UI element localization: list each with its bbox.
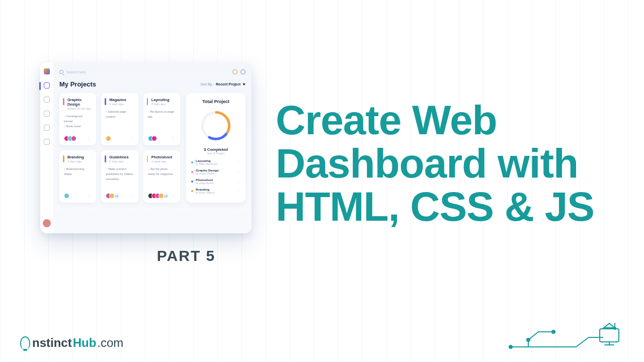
card-subtitle: 3 days ago [67,160,92,163]
avatar-more: +2 [114,193,119,199]
item-menu-icon[interactable]: ⋮ [236,179,240,184]
avatar [64,193,69,199]
svg-point-3 [509,345,512,348]
total-project-panel: Total Project 3 Completed from 5 Project… [186,93,246,203]
side-list-item[interactable]: Graphic Designby Susan Woods ⋮ [191,168,240,175]
item-by: by Susan Woods [196,172,234,175]
card-avatars [64,193,67,199]
avatar-more: +3 [163,193,169,199]
card-tasks: Comingsoon bannerBook cover [64,114,92,129]
card-accent [105,155,106,162]
card-subtitle: 5 days ago [109,160,133,163]
card-menu-icon[interactable]: ⋮ [87,194,92,198]
card-menu-icon[interactable]: ⋮ [87,136,92,141]
card-title: Graphic Design [67,98,92,107]
brand-logo: nstinctHub.com [20,336,123,350]
card-title: Magazine [109,98,133,102]
item-title: Layouting [196,159,234,162]
card-avatars [106,136,109,141]
page-title: My Projects [59,80,96,88]
card-avatars: +2 [106,193,119,199]
donut-chart [198,108,233,143]
card-tasks: Editorial page content [106,110,133,120]
card-menu-icon[interactable]: ⋮ [171,136,176,141]
item-title: Branding [196,188,234,191]
sort-control[interactable]: Sort By : Recent Project [200,82,246,86]
card-subtitle: Edited 19 min ago [67,107,92,110]
card-avatars [148,136,155,141]
card-tasks: Re-layout on page ads [148,110,176,120]
bell-icon[interactable] [240,69,246,74]
nav-calendar-icon[interactable] [44,125,50,131]
card-tasks: Set the photo ready for magazine [148,167,176,177]
nav-dashboard-icon[interactable] [44,82,50,88]
item-by: by Ethan Watson [196,191,234,194]
sort-value: Recent Project [216,82,240,86]
card-title: Photoshoot [151,155,176,159]
card-menu-icon[interactable]: ⋮ [129,136,134,141]
svg-rect-6 [600,329,619,342]
project-card[interactable]: Photoshoot 1 week ago Set the photo read… [143,150,180,203]
card-avatars: +3 [148,193,169,199]
card-subtitle: 1 week ago [151,160,176,163]
search-input[interactable]: Search here [66,70,86,74]
dashboard-mock: Search here My Projects Sort By : Recent… [40,62,252,233]
completed-from: from 5 Project [207,152,224,155]
project-card[interactable]: Branding 3 days ago Brainstorming shape … [59,150,96,203]
status-dot [191,180,193,183]
star-icon[interactable] [232,69,237,74]
app-logo-icon [44,68,50,74]
card-accent [63,155,64,162]
status-dot [191,190,193,192]
brand-text-2: Hub [73,336,97,350]
card-avatars [64,136,74,141]
side-list-item[interactable]: Brandingby Ethan Watson ⋮ [191,188,240,194]
item-title: Photoshoot [196,178,234,182]
project-card[interactable]: Magazine 2 days ago Editorial page conte… [101,93,138,145]
avatar [151,136,157,141]
side-title: Total Project [202,99,229,104]
bulb-icon [20,336,30,349]
svg-point-4 [527,338,530,341]
project-card[interactable]: Graphic Design Edited 19 min ago Comings… [59,93,96,145]
headline: Create Web Dashboard with HTML, CSS & JS [276,99,598,228]
item-menu-icon[interactable]: ⋮ [236,170,240,174]
item-by: by Jorge Rivera [196,182,234,185]
user-avatar[interactable] [43,219,51,227]
card-tasks: Brainstorming shape [64,167,92,177]
item-menu-icon[interactable]: ⋮ [236,160,240,164]
avatar [106,136,111,141]
svg-point-7 [614,327,616,329]
status-dot [191,161,193,163]
card-accent [105,98,106,105]
brand-text-3: .com [97,336,123,350]
item-by: by Millie Henderson [196,162,234,165]
search-icon[interactable] [59,70,63,74]
card-title: Branding [67,155,92,159]
project-card[interactable]: Layouting 2 days ago Re-layout on page a… [143,93,180,145]
card-subtitle: 2 days ago [109,103,133,106]
sidebar-rail [40,62,53,233]
card-tasks: Make a brand guidelines for maked cosmet… [106,167,133,182]
card-menu-icon[interactable]: ⋮ [171,194,176,198]
card-title: Layouting [151,98,176,102]
item-menu-icon[interactable]: ⋮ [236,189,240,193]
project-card[interactable]: Guidelines 5 days ago Make a brand guide… [101,150,138,203]
brand-text-1: nstinct [32,336,72,350]
nav-analytics-icon[interactable] [44,97,50,103]
card-accent [63,98,64,105]
card-menu-icon[interactable]: ⋮ [129,194,134,198]
item-title: Graphic Design [196,168,234,172]
side-list-item[interactable]: Photoshootby Jorge Rivera ⋮ [191,178,240,185]
status-dot [191,171,193,173]
side-list-item[interactable]: Layoutingby Millie Henderson ⋮ [191,159,240,165]
nav-settings-icon[interactable] [44,139,50,145]
avatar [71,136,76,141]
completed-count: 3 Completed [204,147,228,152]
card-subtitle: 2 days ago [151,103,176,106]
circuit-decoration [508,315,624,350]
svg-point-5 [552,330,555,333]
card-title: Guidelines [109,155,133,159]
nav-files-icon[interactable] [44,111,50,117]
card-accent [147,155,148,162]
